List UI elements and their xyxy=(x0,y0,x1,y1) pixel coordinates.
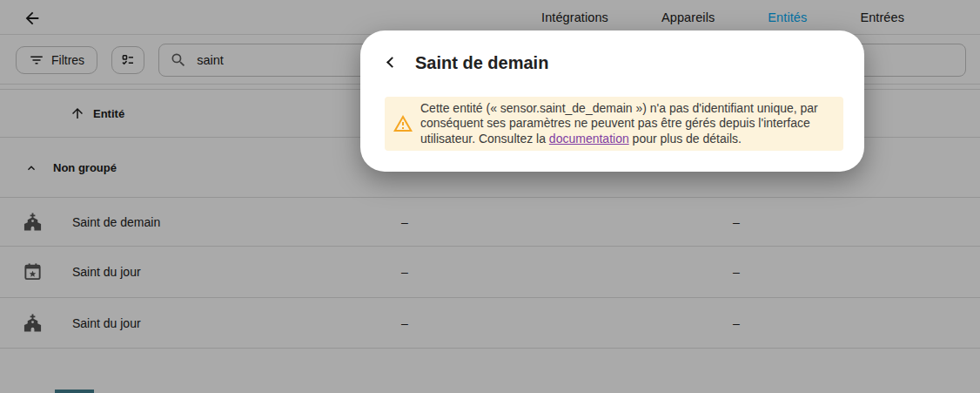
documentation-link[interactable]: documentation xyxy=(549,132,629,146)
alert-text: Cette entité (« sensor.saint_de_demain »… xyxy=(420,101,835,147)
scrollbar-thumb[interactable] xyxy=(55,390,94,393)
dialog-header: Saint de demain xyxy=(360,30,864,86)
warning-alert: Cette entité (« sensor.saint_de_demain »… xyxy=(385,97,843,151)
chevron-left-icon xyxy=(386,57,398,68)
alert-triangle-icon xyxy=(393,113,413,134)
dialog-back-button[interactable] xyxy=(385,56,399,70)
alert-text-after: pour plus de détails. xyxy=(629,132,742,146)
dialog-title: Saint de demain xyxy=(415,53,548,73)
entity-dialog: Saint de demain Cette entité (« sensor.s… xyxy=(360,30,864,172)
app: Intégrations Appareils Entités Entrées F… xyxy=(0,0,980,393)
